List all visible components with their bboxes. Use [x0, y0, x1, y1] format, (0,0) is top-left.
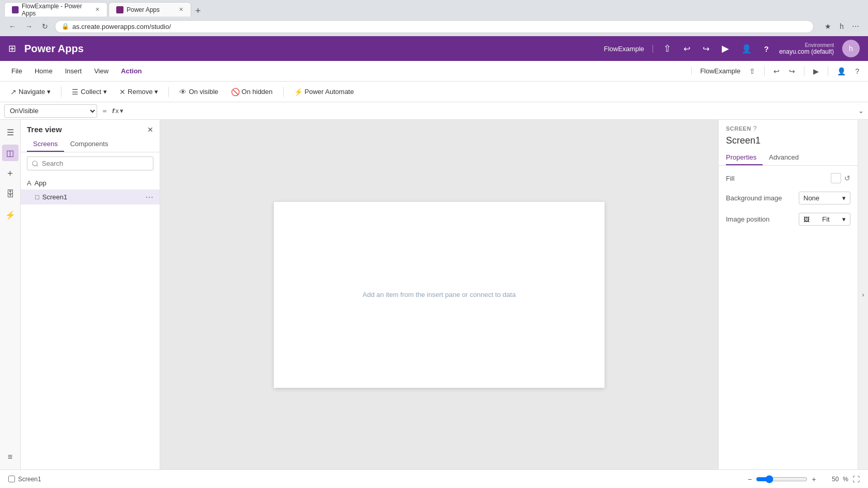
user-avatar[interactable]: h	[842, 40, 860, 57]
on-visible-icon: 👁	[179, 88, 187, 96]
status-screen-label: Screen1	[8, 476, 41, 483]
database-sidebar-icon[interactable]: 🗄	[2, 186, 19, 202]
right-expand-panel[interactable]: ›	[858, 120, 868, 469]
zoom-minus-button[interactable]: −	[748, 475, 752, 483]
help-header-icon[interactable]: ?	[762, 43, 771, 54]
new-tab-button[interactable]: +	[192, 6, 204, 17]
tree-item-app[interactable]: A App	[21, 177, 160, 190]
address-input[interactable]	[72, 23, 807, 30]
collect-label: Collect	[81, 88, 101, 96]
fullscreen-button[interactable]: ⛶	[853, 475, 860, 483]
navigate-label: Navigate	[19, 88, 45, 96]
on-visible-button[interactable]: 👁 On visible	[175, 86, 222, 98]
add-sidebar-icon[interactable]: +	[2, 165, 19, 182]
settings-button[interactable]: ⋯	[849, 21, 862, 32]
collect-icon: ☰	[72, 88, 79, 96]
forward-button[interactable]: →	[23, 21, 35, 32]
toolbar-divider2	[168, 87, 169, 97]
help-menu-icon[interactable]: ?	[853, 66, 862, 76]
collect-button[interactable]: ☰ Collect ▾	[68, 86, 111, 98]
equals-sign[interactable]: ＝	[99, 106, 110, 116]
on-hidden-button[interactable]: 🚫 On hidden	[227, 86, 277, 98]
tab2-close[interactable]: ✕	[179, 6, 183, 13]
fx-label: f x ▾	[112, 107, 126, 115]
user-header-icon[interactable]: 👤	[739, 43, 754, 55]
zoom-plus-button[interactable]: +	[812, 475, 816, 483]
redo-header-icon[interactable]: ↪	[701, 43, 711, 55]
layers-sidebar-icon[interactable]: ◫	[2, 145, 19, 161]
profile-button[interactable]: h	[837, 21, 846, 32]
formula-dropdown[interactable]: OnVisible	[4, 104, 97, 118]
menu-home[interactable]: Home	[29, 64, 58, 78]
run-menu-icon[interactable]: ▶	[811, 66, 822, 76]
status-bar: Screen1 − + 50 % ⛶	[0, 469, 868, 488]
extensions-button[interactable]: ★	[822, 21, 834, 32]
share-menu-icon[interactable]: ⇧	[747, 66, 758, 76]
canvas-placeholder-text: Add an item from the insert pane or conn…	[363, 291, 516, 298]
user-menu-icon[interactable]: 👤	[834, 66, 848, 76]
fill-label: Fill	[726, 175, 735, 182]
browser-tabs: FlowExample - Power Apps ✕ Power Apps ✕ …	[0, 0, 868, 17]
formula-input[interactable]	[128, 106, 856, 116]
undo-menu-icon[interactable]: ↩	[771, 66, 782, 76]
flow-example-label: FlowExample	[604, 45, 653, 53]
fx-icon: f	[112, 107, 114, 115]
tree-tab-screens[interactable]: Screens	[27, 137, 64, 152]
browser-addressbar: ← → ↻ 🔒 ★ h ⋯	[0, 17, 868, 36]
lock-icon: 🔒	[61, 23, 69, 30]
fill-refresh-icon[interactable]: ↺	[844, 174, 850, 182]
canvas-area: Add an item from the insert pane or conn…	[160, 120, 718, 469]
browser-actions: ★ h ⋯	[822, 21, 862, 32]
run-header-icon[interactable]: ▶	[720, 42, 731, 55]
background-image-label: Background image	[726, 194, 782, 202]
address-box[interactable]: 🔒	[55, 20, 814, 33]
back-button[interactable]: ←	[6, 21, 19, 32]
menu-action[interactable]: Action	[116, 64, 147, 78]
fill-value: ↺	[831, 173, 850, 183]
tab2-title: Power Apps	[127, 6, 160, 13]
undo-header-icon[interactable]: ↩	[681, 43, 692, 55]
power-automate-button[interactable]: ⚡ Power Automate	[290, 86, 358, 98]
canvas-content[interactable]: Add an item from the insert pane or conn…	[160, 120, 718, 469]
image-position-value: Fit	[822, 215, 829, 223]
navigate-button[interactable]: ↗ Navigate ▾	[6, 86, 55, 98]
connector-sidebar-icon[interactable]: ⚡	[2, 207, 19, 223]
refresh-button[interactable]: ↻	[39, 21, 51, 32]
divider1	[764, 66, 765, 76]
canvas-screen[interactable]: Add an item from the insert pane or conn…	[274, 202, 605, 388]
formula-bar: OnVisible ＝ f x ▾ ⌄	[0, 102, 868, 120]
screen-help-icon[interactable]: ?	[753, 125, 757, 132]
browser-tab-2[interactable]: Power Apps ✕	[109, 2, 191, 17]
menu-bar: File Home Insert View Action FlowExample…	[0, 61, 868, 82]
tree-tab-components[interactable]: Components	[64, 137, 115, 152]
menu-file[interactable]: File	[6, 64, 27, 78]
app-item-label: App	[35, 179, 47, 187]
formula-expand-icon[interactable]: ⌄	[858, 107, 864, 115]
tree-item-screen1[interactable]: □ Screen1 ⋯	[21, 190, 160, 204]
toolbar: ↗ Navigate ▾ ☰ Collect ▾ ✕ Remove ▾ 👁 On…	[0, 82, 868, 102]
fx-x: x	[115, 107, 119, 115]
tree-close-button[interactable]: ✕	[147, 125, 153, 134]
share-icon[interactable]: ⇧	[661, 42, 673, 55]
status-screen-name: Screen1	[18, 476, 41, 483]
tab1-close[interactable]: ✕	[95, 6, 100, 13]
menu-sidebar-icon[interactable]: ☰	[2, 124, 19, 140]
right-panel-tab-properties[interactable]: Properties	[726, 150, 763, 165]
background-image-select[interactable]: None ▾	[799, 192, 850, 204]
variable-sidebar-icon[interactable]: ≡	[2, 449, 19, 465]
menu-insert[interactable]: Insert	[60, 64, 87, 78]
browser-tab-1[interactable]: FlowExample - Power Apps ✕	[4, 2, 107, 17]
remove-button[interactable]: ✕ Remove ▾	[115, 86, 162, 98]
menu-view[interactable]: View	[89, 64, 114, 78]
tree-search-input[interactable]	[27, 156, 153, 170]
zoom-slider[interactable]	[756, 475, 808, 483]
status-screen-checkbox[interactable]	[8, 476, 15, 482]
image-position-select[interactable]: 🖼 Fit ▾	[799, 213, 850, 226]
browser-chrome: FlowExample - Power Apps ✕ Power Apps ✕ …	[0, 0, 868, 36]
app-item-icon: A	[27, 179, 32, 187]
right-panel-tab-advanced[interactable]: Advanced	[763, 150, 805, 165]
screen1-item-menu[interactable]: ⋯	[145, 192, 153, 202]
grid-icon[interactable]: ⊞	[8, 43, 16, 54]
redo-menu-icon[interactable]: ↪	[786, 66, 798, 76]
fill-color-swatch[interactable]	[831, 173, 841, 183]
